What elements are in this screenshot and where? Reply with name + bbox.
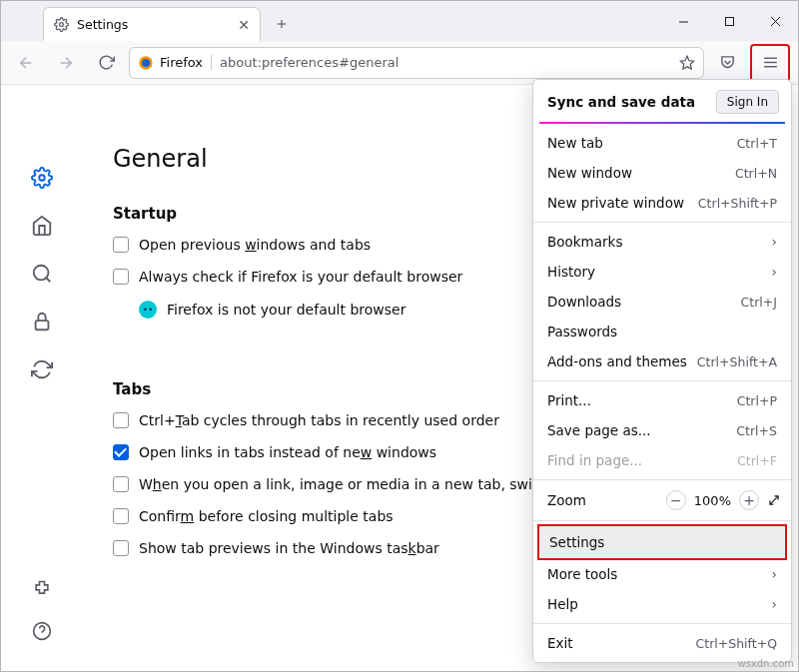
identity-label: Firefox [160,55,203,70]
svg-point-16 [34,266,49,281]
identity-box[interactable]: Firefox [138,55,203,71]
menu-zoom: Zoom − 100% + [533,484,791,516]
preferences-sidebar [1,85,83,671]
minimize-button[interactable] [660,1,706,41]
svg-marker-11 [680,56,693,69]
url-bar[interactable]: Firefox about:preferences#general [129,47,704,79]
chevron-right-icon: › [772,234,777,250]
tab-close-icon[interactable]: ✕ [238,17,250,33]
menu-downloads[interactable]: DownloadsCtrl+J [533,287,791,317]
fullscreen-icon[interactable] [767,493,781,507]
menu-new-window[interactable]: New windowCtrl+N [533,158,791,188]
confirm-close-checkbox[interactable] [113,508,129,524]
svg-rect-18 [36,321,49,330]
confirm-close-label: Confirm before closing multiple tabs [139,508,394,524]
open-links-checkbox[interactable] [113,444,129,460]
browser-window: Settings ✕ Firefox about:preferences#gen… [0,0,799,672]
menu-new-tab[interactable]: New tabCtrl+T [533,128,791,158]
sidebar-item-general[interactable] [31,167,53,189]
pocket-button[interactable] [710,47,744,79]
tab-settings[interactable]: Settings ✕ [43,7,261,41]
menu-gradient [539,122,785,124]
gear-icon [54,17,69,32]
app-menu-button[interactable] [753,47,787,79]
app-menu: Sync and save data Sign In New tabCtrl+T… [532,79,792,663]
menu-print[interactable]: Print...Ctrl+P [533,385,791,415]
menu-history[interactable]: History› [533,257,791,287]
svg-rect-4 [725,17,733,25]
sidebar-item-privacy[interactable] [31,311,53,333]
svg-point-10 [142,59,150,67]
firefox-logo-icon [138,55,154,71]
svg-point-0 [60,23,64,27]
menu-save-as[interactable]: Save page as...Ctrl+S [533,415,791,445]
chevron-right-icon: › [772,596,777,612]
check-default-label: Always check if Firefox is your default … [139,269,462,285]
menu-bookmarks[interactable]: Bookmarks› [533,227,791,257]
titlebar: Settings ✕ [1,1,798,41]
tab-title: Settings [77,17,128,32]
sidebar-item-extensions[interactable] [32,579,52,599]
menu-addons[interactable]: Add-ons and themesCtrl+Shift+A [533,346,791,376]
sad-face-icon: •• [139,301,157,319]
window-controls [660,1,798,41]
switch-to-checkbox[interactable] [113,476,129,492]
sidebar-item-help[interactable] [32,621,52,641]
default-browser-text: Firefox is not your default browser [167,302,405,318]
open-previous-label: Open previous windows and tabs [139,237,371,253]
sidebar-item-sync[interactable] [31,358,53,380]
bookmark-star-icon[interactable] [679,55,695,71]
check-default-checkbox[interactable] [113,269,129,285]
taskbar-preview-label: Show tab previews in the Windows taskbar [139,540,439,556]
menu-new-private[interactable]: New private windowCtrl+Shift+P [533,188,791,218]
taskbar-preview-checkbox[interactable] [113,540,129,556]
sidebar-item-home[interactable] [31,215,53,237]
svg-point-15 [39,175,45,181]
new-tab-button[interactable] [267,9,297,39]
zoom-label: Zoom [547,492,586,508]
svg-line-21 [770,496,778,504]
zoom-out-button[interactable]: − [666,490,686,510]
sidebar-item-search[interactable] [31,263,53,285]
tab-strip: Settings ✕ [1,1,297,41]
forward-button[interactable] [49,47,83,79]
switch-to-label: When you open a link, image or media in … [139,476,564,492]
ctrltab-checkbox[interactable] [113,412,129,428]
open-links-label: Open links in tabs instead of new window… [139,444,436,460]
ctrltab-label: Ctrl+Tab cycles through tabs in recently… [139,412,499,428]
back-button[interactable] [9,47,43,79]
menu-passwords[interactable]: Passwords [533,317,791,346]
watermark: wsxdn.com [737,658,794,669]
menu-more-tools[interactable]: More tools› [533,559,791,589]
maximize-button[interactable] [706,1,752,41]
svg-line-17 [46,278,50,282]
close-button[interactable] [752,1,798,41]
zoom-level: 100% [694,493,731,508]
reload-button[interactable] [89,47,123,79]
zoom-in-button[interactable]: + [739,490,759,510]
url-text: about:preferences#general [211,55,399,70]
chevron-right-icon: › [772,566,777,582]
menu-find[interactable]: Find in page...Ctrl+F [533,445,791,475]
sync-heading: Sync and save data [547,94,695,110]
sign-in-button[interactable]: Sign In [716,90,779,114]
chevron-right-icon: › [772,264,777,280]
menu-settings[interactable]: Settings [537,524,787,560]
menu-help[interactable]: Help› [533,589,791,619]
open-previous-checkbox[interactable] [113,237,129,253]
menu-exit[interactable]: ExitCtrl+Shift+Q [533,628,791,658]
